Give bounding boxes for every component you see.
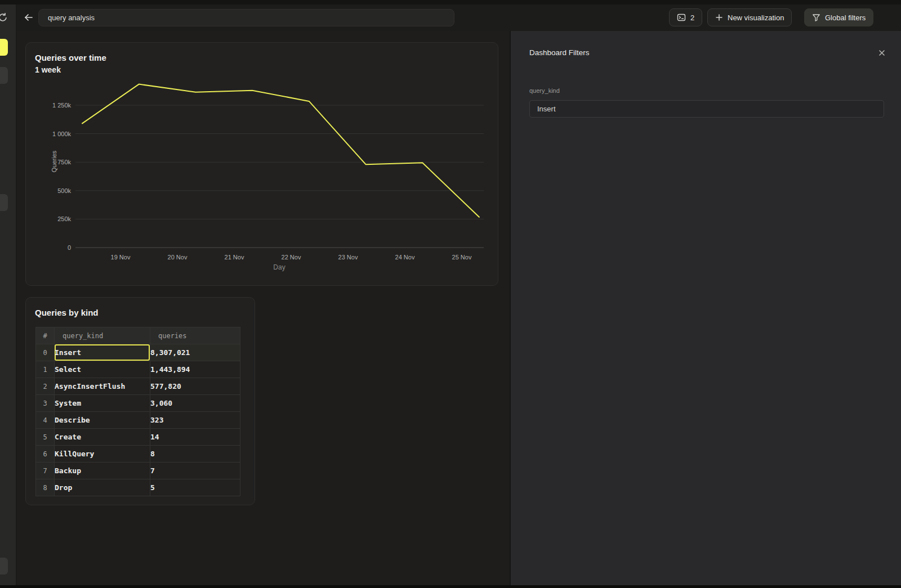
filter-funnel-icon	[812, 14, 820, 22]
global-filters-button[interactable]: Global filters	[804, 8, 873, 26]
row-index-cell: 4	[36, 412, 55, 429]
x-axis-tick-label: 23 Nov	[338, 254, 358, 261]
row-index-cell: 0	[36, 344, 55, 361]
queries-over-time-card: 0250k500k750k1 000k1 250k19 Nov20 Nov21 …	[25, 42, 498, 286]
query-kind-cell[interactable]: Create	[55, 429, 150, 446]
table-row: 5Create14	[36, 429, 240, 446]
x-axis-tick-label: 19 Nov	[111, 254, 131, 261]
queries-value-cell[interactable]: 7	[150, 463, 240, 479]
row-index-cell: 7	[36, 463, 55, 479]
queries-value-cell[interactable]: 8,307,021	[150, 344, 240, 361]
sidebar-item[interactable]	[0, 194, 8, 211]
queries-line-series	[82, 84, 479, 217]
y-axis-tick-label: 1 250k	[52, 102, 72, 109]
row-index-cell: 3	[36, 395, 55, 412]
query-kind-cell[interactable]: Insert	[55, 344, 150, 361]
table-title: Queries by kind	[35, 308, 99, 317]
filters-panel-title: Dashboard Filters	[529, 48, 590, 57]
queries-value-cell[interactable]: 8	[150, 446, 240, 463]
sidebar-item[interactable]	[0, 558, 8, 574]
query-kind-filter-input[interactable]	[529, 100, 884, 118]
table-row: 7Backup7	[36, 463, 240, 479]
dashboard-filters-panel: Dashboard Filters query_kind	[510, 31, 901, 585]
sidebar-item[interactable]	[0, 67, 8, 84]
table-row: 1Select1,443,894	[36, 361, 240, 378]
refresh-icon[interactable]	[0, 12, 8, 23]
window-bottom-edge	[0, 585, 901, 588]
query-kind-cell[interactable]: Describe	[55, 412, 150, 429]
query-kind-cell[interactable]: Select	[55, 361, 150, 378]
y-axis-tick-label: 750k	[57, 159, 71, 165]
table-row: 2AsyncInsertFlush577,820	[36, 378, 240, 395]
column-header-queries: queries	[150, 327, 240, 344]
x-axis-tick-label: 24 Nov	[395, 254, 415, 261]
back-arrow-icon[interactable]	[21, 10, 36, 25]
table-row: 3System3,060	[36, 395, 240, 412]
left-sidebar-rail	[0, 5, 17, 585]
y-axis-tick-label: 0	[68, 244, 71, 251]
queries-value-cell[interactable]: 5	[150, 479, 240, 496]
y-axis-tick-label: 1 000k	[52, 131, 72, 137]
console-count: 2	[690, 14, 694, 22]
table-header-row: # query_kind queries	[36, 327, 240, 344]
queries-by-kind-card: Queries by kind # query_kind queries 0In…	[25, 297, 255, 505]
row-index-cell: 8	[36, 479, 55, 496]
chart-title: Queries over time	[35, 53, 106, 62]
query-kind-cell[interactable]: Drop	[55, 479, 150, 496]
queries-value-cell[interactable]: 577,820	[150, 378, 240, 395]
x-axis-title: Day	[262, 263, 296, 271]
window-top-edge	[0, 0, 901, 5]
row-index-cell: 2	[36, 378, 55, 395]
y-axis-tick-label: 250k	[57, 216, 71, 222]
new-visualization-button[interactable]: New visualization	[707, 8, 792, 26]
column-header-index: #	[36, 327, 55, 344]
table-row: 6KillQuery8	[36, 446, 240, 463]
queries-value-cell[interactable]: 14	[150, 429, 240, 446]
queries-by-kind-table: # query_kind queries 0Insert8,307,0211Se…	[35, 327, 240, 496]
new-visualization-label: New visualization	[728, 14, 784, 22]
x-axis-tick-label: 25 Nov	[452, 254, 472, 261]
chart-subtitle: 1 week	[35, 65, 61, 74]
plus-icon	[715, 14, 723, 21]
query-kind-cell[interactable]: KillQuery	[55, 446, 150, 463]
query-kind-cell[interactable]: AsyncInsertFlush	[55, 378, 150, 395]
close-icon[interactable]	[876, 47, 888, 59]
x-axis-tick-label: 20 Nov	[168, 254, 188, 261]
row-index-cell: 5	[36, 429, 55, 446]
queries-value-cell[interactable]: 3,060	[150, 395, 240, 412]
queries-value-cell[interactable]: 1,443,894	[150, 361, 240, 378]
table-row: 8Drop5	[36, 479, 240, 496]
dashboard-name-input[interactable]	[38, 9, 454, 26]
x-axis-tick-label: 22 Nov	[282, 254, 301, 261]
console-icon	[677, 13, 686, 22]
y-axis-tick-label: 500k	[57, 187, 71, 194]
y-axis-title: Queries	[51, 145, 57, 178]
query-kind-cell[interactable]: System	[55, 395, 150, 412]
query-kind-cell[interactable]: Backup	[55, 463, 150, 479]
sidebar-item-current-dashboard[interactable]	[0, 39, 8, 56]
table-row: 4Describe323	[36, 412, 240, 429]
table-row: 0Insert8,307,021	[36, 344, 240, 361]
queries-line-chart: 0250k500k750k1 000k1 250k19 Nov20 Nov21 …	[26, 43, 499, 286]
filter-field-label: query_kind	[529, 87, 560, 94]
queries-value-cell[interactable]: 323	[150, 412, 240, 429]
console-count-button[interactable]: 2	[669, 8, 702, 26]
row-index-cell: 6	[36, 446, 55, 463]
column-header-query-kind: query_kind	[55, 327, 150, 344]
row-index-cell: 1	[36, 361, 55, 378]
global-filters-label: Global filters	[825, 14, 866, 22]
x-axis-tick-label: 21 Nov	[225, 254, 244, 261]
